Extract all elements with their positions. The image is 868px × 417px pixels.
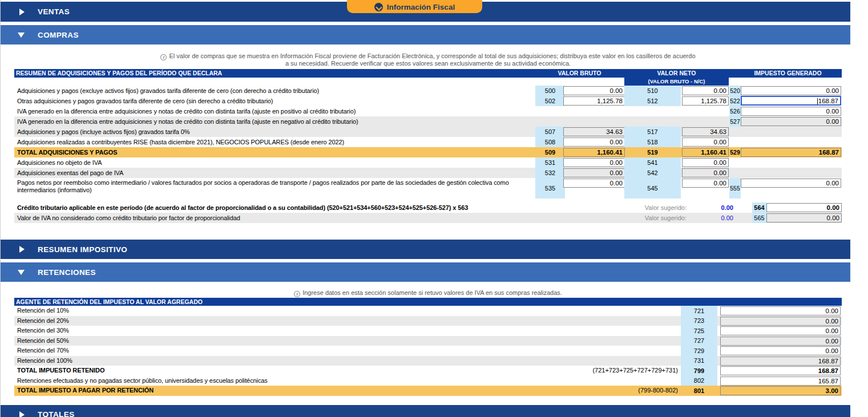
valor-bruto-code-cell: 532 xyxy=(535,168,565,178)
valor-sugerido-value: 0.00 xyxy=(691,213,733,223)
impuesto-code-cell: 522 xyxy=(729,96,741,106)
valor-bruto-code-cell: 507 xyxy=(535,127,565,137)
row-label: IVA generado en la diferencia entre adqu… xyxy=(17,116,534,127)
valor-neto-input[interactable]: 0.00 xyxy=(682,168,729,177)
valor-neto-code-cell: 541 xyxy=(624,157,681,168)
valor-neto-input[interactable]: 0.00 xyxy=(682,179,729,188)
info-icon: i xyxy=(160,54,167,60)
table-row: Adquisiciones y pagos (excluye activos f… xyxy=(14,86,842,96)
valor-bruto-code-cell: 531 xyxy=(535,157,565,168)
valor-neto-input[interactable]: 34.63 xyxy=(682,127,729,136)
code-cell: 727 xyxy=(681,336,717,346)
impuesto-input[interactable]: 0.00 xyxy=(741,86,841,95)
valor-bruto-code-cell: 500 xyxy=(535,86,565,96)
value-input[interactable]: 0.00 xyxy=(720,317,841,326)
credit-row: Crédito tributario aplicable en este per… xyxy=(14,203,842,213)
row-label: Crédito tributario aplicable en este per… xyxy=(17,203,588,213)
row-label: Valor de IVA no considerado como crédito… xyxy=(17,213,588,223)
row-label: Retención del 100% xyxy=(17,356,534,366)
section-resumen-impositivo-bar[interactable]: RESUMEN IMPOSITIVO xyxy=(0,240,850,259)
section-retenciones-bar[interactable]: RETENCIONES xyxy=(0,262,850,282)
value-input[interactable]: 168.87 xyxy=(720,366,841,375)
row-label: Pagos netos por reembolso como intermedi… xyxy=(17,179,534,194)
impuesto-input[interactable]: 0.00 xyxy=(741,179,841,188)
retencion-row: Retención del 10% 721 0.00 xyxy=(14,306,842,316)
row-label: TOTAL ADQUISICIONES Y PAGOS xyxy=(17,147,534,157)
chevron-down-icon xyxy=(18,270,25,275)
valor-sugerido-value: 0.00 xyxy=(691,203,733,213)
valor-bruto-code-cell: 535 xyxy=(535,178,565,199)
row-label: Retención del 30% xyxy=(17,326,534,336)
impuesto-code-cell: 526 xyxy=(729,106,741,116)
impuesto-input[interactable]: 0.00 xyxy=(741,107,841,116)
retenciones-rows: Retención del 10% 721 0.00 Retención del… xyxy=(14,306,842,396)
impuesto-code-cell: 529 xyxy=(729,147,741,157)
section-totales-bar[interactable]: TOTALES xyxy=(0,405,850,417)
valor-bruto-code-cell: 502 xyxy=(535,96,565,106)
value-input[interactable]: 0.00 xyxy=(720,337,841,346)
chevron-down-circle-icon xyxy=(374,3,383,11)
section-ventas-label: VENTAS xyxy=(38,7,70,16)
valor-neto-code-cell: 517 xyxy=(624,127,681,137)
main-content: Información Fiscal VENTAS COMPRAS iEl va… xyxy=(0,0,850,417)
table-row: IVA generado en la diferencia entre adqu… xyxy=(14,116,842,127)
value-input[interactable]: 0.00 xyxy=(720,346,841,355)
value-input[interactable]: 0.00 xyxy=(720,306,841,315)
table-row: Adquisiciones realizadas a contribuyente… xyxy=(14,137,842,147)
valor-neto-input[interactable]: 1,125.78 xyxy=(682,96,729,106)
value-input[interactable]: 0.00 xyxy=(720,326,841,335)
header-resumen: RESUMEN DE ADQUISICIONES Y PAGOS DEL PER… xyxy=(16,69,222,78)
valor-bruto-input[interactable]: 1,125.78 xyxy=(563,96,625,106)
retenciones-table-header: AGENTE DE RETENCIÓN DEL IMPUESTO AL VALO… xyxy=(14,298,842,306)
retenciones-info: iIngrese datos en esta sección solamente… xyxy=(14,289,842,297)
value-input[interactable]: 168.87 xyxy=(720,357,841,366)
header-valor-neto: VALOR NETO xyxy=(624,69,729,78)
value-input[interactable]: 0.00 xyxy=(766,213,842,222)
valor-neto-input[interactable]: 1,160.41 xyxy=(682,148,729,157)
section-totales-label: TOTALES xyxy=(38,410,75,417)
section-compras-bar[interactable]: COMPRAS xyxy=(0,25,850,44)
valor-neto-input[interactable]: 0.00 xyxy=(682,137,729,147)
code-cell: 564 xyxy=(752,203,766,213)
row-label: Adquisiciones y pagos (incluye activos f… xyxy=(17,127,534,137)
value-input[interactable]: 0.00 xyxy=(766,203,842,212)
value-input[interactable]: 165.87 xyxy=(720,376,841,386)
impuesto-input[interactable]: 168.87 xyxy=(741,96,841,106)
retencion-row: Retención del 20% 723 0.00 xyxy=(14,316,842,326)
row-label: Adquisiciones no objeto de IVA xyxy=(17,157,534,168)
section-resumen-impositivo-label: RESUMEN IMPOSITIVO xyxy=(38,245,127,254)
valor-bruto-input[interactable]: 0.00 xyxy=(563,179,625,188)
retencion-row: Retención del 50% 727 0.00 xyxy=(14,336,842,346)
compras-table-subheader: (VALOR BRUTO - N/C) xyxy=(14,78,842,86)
retenciones-table: AGENTE DE RETENCIÓN DEL IMPUESTO AL VALO… xyxy=(14,298,842,396)
scrollbar-track-line xyxy=(0,0,1,417)
valor-bruto-input[interactable]: 34.63 xyxy=(563,127,625,136)
informacion-fiscal-label: Información Fiscal xyxy=(387,3,455,11)
chevron-right-icon xyxy=(19,411,25,417)
row-label: Retención del 70% xyxy=(17,346,534,356)
table-row: Adquisiciones no objeto de IVA 531 0.00 … xyxy=(14,157,842,168)
code-cell: 723 xyxy=(681,316,717,326)
code-cell: 801 xyxy=(681,386,717,396)
valor-sugerido-label: Valor sugerido: xyxy=(585,213,687,223)
valor-bruto-input[interactable]: 1,160.41 xyxy=(563,148,625,157)
declaration-form-page: Información Fiscal VENTAS COMPRAS iEl va… xyxy=(0,0,868,417)
compras-rows: Adquisiciones y pagos (excluye activos f… xyxy=(14,86,842,199)
valor-bruto-input[interactable]: 0.00 xyxy=(563,158,625,167)
valor-neto-input[interactable]: 0.00 xyxy=(682,158,729,167)
informacion-fiscal-button[interactable]: Información Fiscal xyxy=(347,0,482,13)
row-label: Retención del 50% xyxy=(17,336,534,346)
valor-bruto-input[interactable]: 0.00 xyxy=(563,168,625,177)
valor-bruto-input[interactable]: 0.00 xyxy=(563,137,625,147)
section-compras-label: COMPRAS xyxy=(38,31,79,39)
code-cell: 721 xyxy=(681,306,717,316)
compras-table: RESUMEN DE ADQUISICIONES Y PAGOS DEL PER… xyxy=(14,69,842,199)
value-input[interactable]: 3.00 xyxy=(720,386,841,395)
credit-row: Valor de IVA no considerado como crédito… xyxy=(14,213,842,223)
valor-bruto-input[interactable]: 0.00 xyxy=(563,86,625,95)
row-label: IVA generado en la diferencia entre adqu… xyxy=(17,106,534,116)
impuesto-input[interactable]: 168.87 xyxy=(741,148,841,157)
valor-neto-input[interactable]: 0.00 xyxy=(682,86,729,95)
retencion-row: Retención del 100% 731 168.87 xyxy=(14,356,842,366)
impuesto-input[interactable]: 0.00 xyxy=(741,117,841,126)
